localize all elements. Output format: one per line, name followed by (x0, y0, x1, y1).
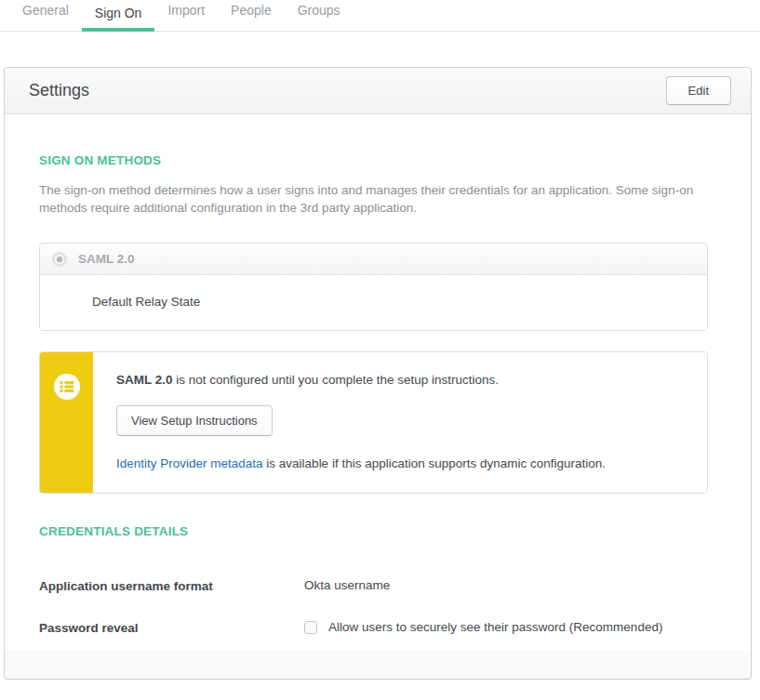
tab-import[interactable]: Import (154, 0, 218, 32)
callout-message-app: SAML 2.0 (116, 373, 173, 387)
password-reveal-row: Password reveal Allow users to securely … (39, 620, 708, 635)
page-title: Settings (29, 81, 89, 100)
radio-dot (57, 257, 62, 262)
tab-groups[interactable]: Groups (285, 0, 353, 32)
callout-message: SAML 2.0 is not configured until you com… (116, 372, 685, 389)
callout-yellow-strip (40, 352, 93, 493)
view-setup-instructions-button[interactable]: View Setup Instructions (116, 405, 273, 436)
saml-method-header: SAML 2.0 (40, 244, 707, 275)
saml-method-label: SAML 2.0 (78, 252, 135, 266)
username-format-row: Application username format Okta usernam… (39, 578, 708, 593)
saml-radio-button[interactable] (53, 253, 66, 266)
sign-on-methods-heading: SIGN ON METHODS (39, 153, 708, 167)
tab-general[interactable]: General (9, 0, 82, 32)
password-reveal-checkbox[interactable] (304, 621, 317, 634)
edit-button[interactable]: Edit (666, 76, 731, 105)
password-reveal-label: Password reveal (39, 620, 304, 635)
settings-card-header: Settings Edit (5, 68, 751, 114)
callout-link-line: Identity Provider metadata is available … (116, 456, 685, 470)
username-format-label: Application username format (39, 578, 304, 593)
saml-setup-callout: SAML 2.0 is not configured until you com… (39, 351, 708, 494)
callout-link-rest: is available if this application support… (263, 456, 606, 470)
username-format-value: Okta username (304, 578, 390, 592)
saml-method-box: SAML 2.0 Default Relay State (39, 243, 708, 331)
default-relay-state-label: Default Relay State (92, 295, 200, 309)
credentials-details-heading: CREDENTIALS DETAILS (39, 524, 708, 538)
callout-body: SAML 2.0 is not configured until you com… (93, 352, 707, 493)
settings-card: Settings Edit SIGN ON METHODS The sign-o… (4, 67, 752, 680)
app-tab-bar: General Sign On Import People Groups (0, 0, 760, 32)
tab-sign-on[interactable]: Sign On (82, 0, 155, 32)
card-footer (5, 651, 751, 679)
tab-people[interactable]: People (218, 0, 285, 32)
identity-provider-metadata-link[interactable]: Identity Provider metadata (116, 456, 263, 470)
callout-message-rest: is not configured until you complete the… (173, 373, 499, 387)
password-reveal-checkbox-label: Allow users to securely see their passwo… (328, 620, 662, 634)
settings-card-body: SIGN ON METHODS The sign-on method deter… (5, 114, 751, 651)
saml-method-body: Default Relay State (40, 275, 707, 330)
sign-on-methods-description: The sign-on method determines how a user… (39, 181, 708, 217)
list-icon (54, 374, 80, 400)
